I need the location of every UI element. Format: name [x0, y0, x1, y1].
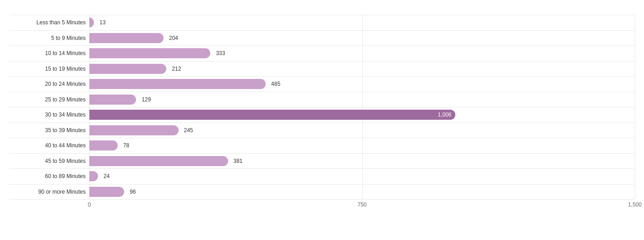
bar-value: 204: [169, 35, 178, 41]
bar-label: 40 to 44 Minutes: [9, 142, 89, 149]
x-axis-tick: 1,500: [628, 201, 642, 208]
chart-body: Less than 5 Minutes135 to 9 Minutes20410…: [9, 15, 635, 200]
bar-label: 5 to 9 Minutes: [9, 35, 89, 41]
bar-track: 212: [89, 61, 635, 77]
bar-label: 45 to 59 Minutes: [9, 158, 89, 164]
bar-row: 45 to 59 Minutes381: [9, 154, 635, 169]
bar-track: 381: [89, 154, 635, 169]
x-axis-tick: 750: [357, 201, 366, 208]
bar-fill: [89, 17, 94, 28]
bar-label: 90 or more Minutes: [9, 189, 89, 195]
bar-value: 96: [130, 189, 136, 195]
bar-label: 60 to 89 Minutes: [9, 173, 89, 179]
bar-row: 20 to 24 Minutes485: [9, 77, 635, 92]
bar-value: 212: [172, 66, 181, 72]
bar-label: 20 to 24 Minutes: [9, 81, 89, 87]
bar-value: 245: [184, 127, 193, 134]
bar-fill: [89, 156, 228, 166]
bar-track: 24: [89, 169, 635, 184]
bar-row: Less than 5 Minutes13: [9, 15, 635, 31]
x-axis: 07501,500: [89, 201, 635, 210]
chart-container: Less than 5 Minutes135 to 9 Minutes20410…: [0, 0, 644, 240]
bar-value: 129: [142, 96, 151, 103]
bar-track: 485: [89, 77, 635, 92]
bar-value: 1,006: [438, 112, 452, 118]
bar-label: Less than 5 Minutes: [9, 19, 89, 26]
bar-row: 35 to 39 Minutes245: [9, 123, 635, 139]
bar-label: 15 to 19 Minutes: [9, 66, 89, 72]
x-axis-tick: 0: [88, 201, 91, 208]
bars-area: Less than 5 Minutes135 to 9 Minutes20410…: [9, 15, 635, 200]
bar-row: 90 or more Minutes96: [9, 184, 635, 200]
bar-value: 13: [99, 19, 105, 26]
bar-track: 13: [89, 15, 635, 30]
bar-fill: [89, 187, 124, 197]
bar-label: 30 to 34 Minutes: [9, 112, 89, 118]
bar-label: 35 to 39 Minutes: [9, 127, 89, 134]
bar-label: 25 to 29 Minutes: [9, 96, 89, 103]
bar-track: 78: [89, 138, 635, 153]
bar-fill: 1,006: [89, 110, 455, 120]
bar-row: 60 to 89 Minutes24: [9, 169, 635, 184]
bar-fill: [89, 33, 164, 43]
bar-track: 129: [89, 92, 635, 107]
bar-row: 10 to 14 Minutes333: [9, 46, 635, 61]
bar-value: 333: [216, 50, 225, 56]
bar-row: 40 to 44 Minutes78: [9, 138, 635, 154]
bar-row: 30 to 34 Minutes1,006: [9, 107, 635, 123]
bar-track: 333: [89, 46, 635, 61]
bar-row: 25 to 29 Minutes129: [9, 92, 635, 108]
bar-track: 96: [89, 184, 635, 200]
bar-value: 485: [271, 81, 280, 87]
bar-row: 5 to 9 Minutes204: [9, 31, 635, 46]
bar-fill: [89, 140, 118, 151]
bar-fill: [89, 95, 136, 105]
bar-fill: [89, 125, 179, 135]
bar-fill: [89, 171, 98, 181]
bar-track: 204: [89, 31, 635, 46]
bar-track: 245: [89, 123, 635, 138]
bar-track: 1,006: [89, 107, 635, 123]
bar-fill: [89, 79, 266, 89]
bar-fill: [89, 48, 210, 58]
bar-fill: [89, 64, 166, 74]
bar-value: 24: [104, 173, 109, 179]
bar-value: 381: [234, 158, 243, 164]
bar-label: 10 to 14 Minutes: [9, 50, 89, 56]
bar-row: 15 to 19 Minutes212: [9, 61, 635, 77]
bar-value: 78: [123, 142, 129, 149]
